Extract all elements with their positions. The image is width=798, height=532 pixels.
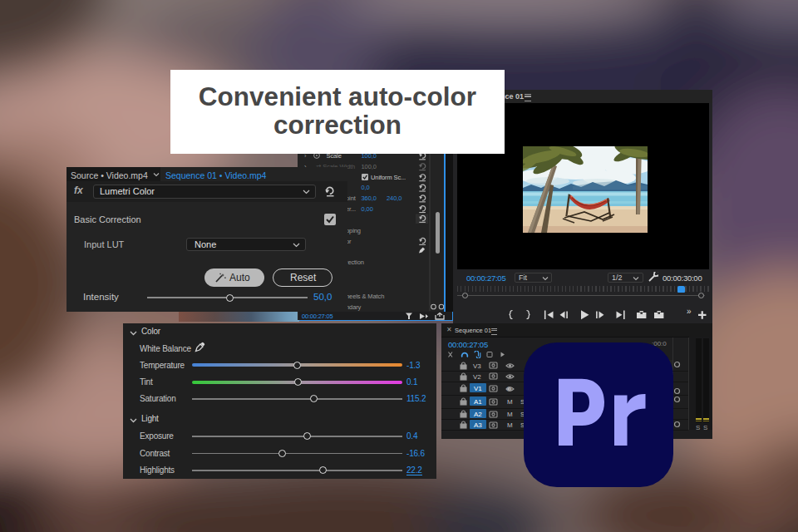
svg-text:A2: A2: [474, 411, 482, 418]
svg-text:240,0: 240,0: [387, 195, 401, 202]
svg-text:»: »: [687, 307, 692, 316]
svg-text:ndary: ndary: [346, 303, 362, 311]
svg-text:pping: pping: [346, 227, 361, 234]
svg-text:rection: rection: [346, 259, 364, 266]
svg-text:A1: A1: [474, 398, 482, 406]
svg-text:A3: A3: [474, 421, 482, 429]
svg-text:0,00: 0,00: [362, 205, 373, 213]
svg-text:M: M: [507, 421, 513, 429]
svg-text:360,0: 360,0: [362, 195, 377, 202]
svg-text:M: M: [507, 411, 513, 418]
svg-text:0,0: 0,0: [362, 184, 370, 191]
svg-text:V3: V3: [473, 362, 481, 369]
svg-text:heels & Match: heels & Match: [346, 293, 384, 300]
svg-text:100,0: 100,0: [362, 163, 377, 170]
svg-text:Uniform Sc...: Uniform Sc...: [371, 174, 406, 181]
svg-text:M: M: [507, 398, 513, 406]
svg-text:V1: V1: [474, 385, 482, 392]
svg-text:V2: V2: [473, 372, 481, 380]
